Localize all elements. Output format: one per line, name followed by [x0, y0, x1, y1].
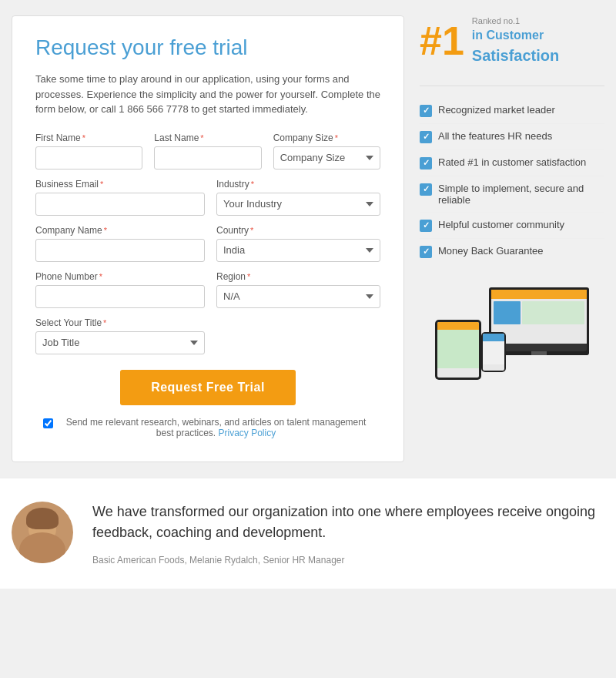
- country-group: Country* India USA UK Canada: [216, 225, 380, 262]
- consent-checkbox[interactable]: [43, 418, 53, 428]
- consent-row: Send me relevant research, webinars, and…: [35, 417, 380, 438]
- industry-label: Industry*: [216, 179, 380, 190]
- rank-line2: in Customer: [472, 27, 559, 44]
- business-email-label: Business Email*: [35, 179, 205, 190]
- checkmark-icon: [420, 183, 432, 196]
- country-label: Country*: [216, 225, 380, 236]
- testimonial-quote: We have transformed our organization int…: [92, 502, 604, 543]
- industry-select[interactable]: Your Industry Technology Healthcare Fina…: [216, 193, 380, 216]
- first-name-group: First Name*: [35, 133, 142, 170]
- region-label: Region*: [216, 271, 380, 282]
- business-email-group: Business Email*: [35, 179, 205, 216]
- divider: [420, 86, 604, 86]
- testimonial-text: We have transformed our organization int…: [92, 502, 604, 566]
- page-title: Request your free trial: [35, 35, 380, 60]
- testimonial-section: We have transformed our organization int…: [0, 478, 616, 589]
- job-title-select[interactable]: Job Title Manager Director VP C-Level: [35, 331, 205, 354]
- form-row-3: Company Name* Country* India USA UK Cana…: [35, 225, 380, 262]
- form-description: Take some time to play around in our app…: [35, 72, 380, 117]
- company-size-group: Company Size* Company Size 1-50 51-200 2…: [273, 133, 380, 170]
- phone-number-label: Phone Number*: [35, 271, 205, 282]
- device-preview: [420, 284, 604, 384]
- checkmark-icon: [420, 105, 432, 117]
- feature-item: All the features HR needs: [420, 124, 604, 150]
- company-size-label: Company Size*: [273, 133, 380, 143]
- phone-number-input[interactable]: [35, 285, 205, 308]
- rank-text: Ranked no.1 in Customer Satisfaction: [472, 15, 559, 66]
- feature-list: Recognized market leaderAll the features…: [420, 98, 604, 264]
- rank-line3: Satisfaction: [472, 45, 559, 66]
- company-name-label: Company Name*: [35, 225, 205, 236]
- form-row-1: First Name* Last Name* Company Size* Com…: [35, 133, 380, 170]
- checkmark-icon: [420, 131, 432, 143]
- ranked-box: #1 Ranked no.1 in Customer Satisfaction: [420, 15, 604, 66]
- avatar-hair: [26, 508, 59, 529]
- feature-item: Helpful customer community: [420, 213, 604, 239]
- feature-item: Recognized market leader: [420, 98, 604, 124]
- form-row-4: Phone Number* Region* N/A North South Ea…: [35, 271, 380, 308]
- job-title-label: Select Your Title*: [35, 317, 205, 328]
- feature-item: Simple to implement, secure and reliable: [420, 176, 604, 213]
- form-row-2: Business Email* Industry* Your Industry …: [35, 179, 380, 216]
- business-email-input[interactable]: [35, 193, 205, 216]
- checkmark-icon: [420, 220, 432, 232]
- industry-group: Industry* Your Industry Technology Healt…: [216, 179, 380, 216]
- submit-button[interactable]: Request Free Trial: [120, 370, 296, 405]
- feature-item: Money Back Guarantee: [420, 239, 604, 264]
- form-panel: Request your free trial Take some time t…: [12, 15, 404, 462]
- first-name-label: First Name*: [35, 133, 142, 143]
- checkmark-icon: [420, 157, 432, 170]
- right-panel: #1 Ranked no.1 in Customer Satisfaction …: [420, 15, 604, 384]
- feature-item: Rated #1 in customer satisfaction: [420, 150, 604, 176]
- privacy-link[interactable]: Privacy Policy: [219, 428, 276, 438]
- country-select[interactable]: India USA UK Canada: [216, 239, 380, 262]
- rank-number: #1: [420, 21, 464, 61]
- main-content: Request your free trial Take some time t…: [0, 0, 616, 478]
- job-title-group: Select Your Title* Job Title Manager Dir…: [35, 317, 205, 354]
- form-row-5: Select Your Title* Job Title Manager Dir…: [35, 317, 380, 354]
- consent-text: Send me relevant research, webinars, and…: [59, 417, 373, 438]
- region-select[interactable]: N/A North South East West: [216, 285, 380, 308]
- company-name-input[interactable]: [35, 239, 205, 262]
- first-name-input[interactable]: [35, 146, 142, 170]
- checkmark-icon: [420, 246, 432, 258]
- last-name-group: Last Name*: [154, 133, 261, 170]
- testimonial-author: Basic American Foods, Melanie Rydalch, S…: [92, 555, 604, 566]
- last-name-label: Last Name*: [154, 133, 261, 143]
- company-size-select[interactable]: Company Size 1-50 51-200 201-500 500+: [273, 146, 380, 170]
- rank-line1: Ranked no.1: [472, 15, 559, 27]
- phone-number-group: Phone Number*: [35, 271, 205, 308]
- avatar: [12, 502, 73, 563]
- company-name-group: Company Name*: [35, 225, 205, 262]
- region-group: Region* N/A North South East West: [216, 271, 380, 308]
- last-name-input[interactable]: [154, 146, 261, 170]
